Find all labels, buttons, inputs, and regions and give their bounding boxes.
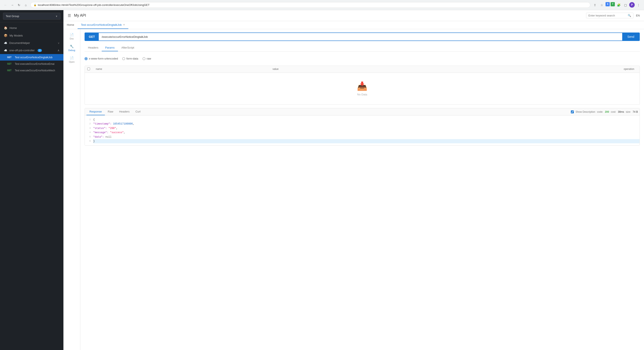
extension-icon-2[interactable]: T [610, 2, 615, 6]
profile-button[interactable]: P [629, 2, 635, 7]
radio-form-data-label: form-data [126, 57, 138, 60]
req-tab-headers-label: Headers [88, 46, 98, 49]
resp-tab-headers[interactable]: Headers [116, 108, 132, 115]
line-number: 2 [85, 122, 93, 126]
req-tab-headers[interactable]: Headers [84, 44, 102, 51]
show-description-checkbox[interactable] [571, 110, 574, 113]
group-dropdown[interactable]: Test Group ▼ [3, 13, 60, 20]
forward-button[interactable]: → [9, 2, 15, 8]
cloud-icon: ☁️ [4, 41, 7, 44]
sidebar-item-document-helper-label: DocumentHelper [9, 41, 30, 44]
radio-form-data[interactable]: form-data [122, 57, 138, 60]
resp-tab-response-label: Response [90, 110, 102, 113]
params-table-header: name value operation [85, 66, 640, 73]
req-tab-params[interactable]: Params [102, 44, 118, 51]
radio-raw-label: raw [147, 57, 151, 60]
resp-tab-curl[interactable]: Curl [132, 108, 144, 115]
cost-label: cost: [611, 110, 616, 113]
puzzle-button[interactable]: 🧩 [616, 2, 622, 8]
search-input[interactable] [588, 14, 626, 17]
bookmark-button[interactable]: ☆ [599, 2, 605, 8]
reload-button[interactable]: ↻ [16, 2, 22, 8]
sidebar-item-my-models-label: My Models [10, 34, 23, 37]
doc-button[interactable]: 📄 Doc [66, 31, 78, 42]
resp-tab-raw[interactable]: Raw [105, 108, 116, 115]
sidebar-item-controller[interactable]: ☁️ one-off-job-controller 3 ∧ [0, 47, 64, 54]
radio-urlencoded[interactable]: x-www-form-urlencoded [84, 57, 118, 60]
lock-icon: 🔒 [34, 3, 36, 6]
language-button[interactable]: EN [636, 14, 640, 17]
more-button[interactable]: ⋮ [636, 2, 642, 8]
sidebar-toggle-button[interactable]: ▢ [622, 2, 628, 8]
tabs-bar: Home Test occurErrorNoticeDingtalkJob ✕ [64, 21, 644, 29]
debug-button[interactable]: 🔧 Debug [66, 43, 78, 53]
search-icon[interactable]: 🔍 [628, 14, 631, 17]
no-data-area: 📥 No Data [85, 73, 640, 105]
line-number: 1 [85, 118, 93, 122]
code-line: 4 "message": "success", [85, 131, 640, 135]
address-text: localhost:8080/doc.html#/Test%20Group/on… [38, 3, 587, 6]
line-content: "data": null [93, 135, 640, 139]
sidebar-api-item-2[interactable]: GET Test executeOccurErrorNoticeWech [0, 67, 64, 74]
home-button[interactable]: ⌂ [23, 2, 29, 8]
code-line: 1{ [85, 118, 640, 122]
line-content: { [93, 118, 640, 122]
method-badge-get-2: GET [6, 69, 13, 72]
method-badge-get-1: GET [6, 62, 13, 65]
radio-raw[interactable]: raw [142, 57, 151, 60]
group-name: Test Group [6, 14, 19, 18]
radio-circle-raw [142, 57, 146, 60]
hamburger-button[interactable]: ☰ [68, 13, 71, 18]
tab-test[interactable]: Test occurErrorNoticeDingtalkJob ✕ [78, 21, 128, 29]
send-button[interactable]: Send [622, 33, 639, 40]
url-input[interactable] [99, 33, 622, 40]
req-tab-afterscript[interactable]: AfterScript [118, 44, 138, 51]
api-panel: GET Send Headers Params AfterScript [80, 29, 644, 350]
line-content: } [93, 139, 640, 143]
sidebar-api-item-0[interactable]: GET Test occurErrorNoticeDingtalkJob [0, 54, 64, 61]
show-description-label: Show Description [576, 110, 595, 113]
line-content: "status": "200", [93, 126, 640, 131]
resp-tab-curl-label: Curl [136, 110, 140, 113]
resp-tab-headers-label: Headers [119, 110, 130, 113]
sidebar-item-home[interactable]: 🏠 Home [0, 24, 64, 32]
response-cost: 38ms [618, 110, 624, 113]
back-button[interactable]: ← [2, 2, 8, 8]
sidebar-item-my-models[interactable]: 📦 My Models [0, 32, 64, 39]
address-bar[interactable]: 🔒 localhost:8080/doc.html#/Test%20Group/… [30, 2, 590, 8]
line-number: 6 [85, 139, 93, 143]
doc-icon: 📄 [70, 33, 74, 37]
sidebar-api-item-1[interactable]: GET Test executeOccurErrorNoticeEmai [0, 61, 64, 67]
code-line: 2 "timestamp": 1654517100806, [85, 122, 640, 126]
sidebar-item-document-helper[interactable]: ☁️ DocumentHelper ∨ [0, 39, 64, 47]
tab-close-button[interactable]: ✕ [123, 23, 125, 26]
method-button[interactable]: GET [85, 33, 99, 40]
radio-circle-urlencoded [84, 57, 88, 60]
select-all-checkbox[interactable] [87, 68, 90, 70]
response-size: 74 B [632, 110, 638, 113]
response-meta: Show Description code: 200 cost: 38ms si… [571, 110, 638, 113]
response-code: 200 [605, 110, 609, 113]
share-button[interactable]: ⇧ [592, 2, 598, 8]
sidebar-navigation: 🏠 Home 📦 My Models ☁️ DocumentHelper ∨ ☁… [0, 22, 64, 350]
top-bar-left: ☰ My API [68, 13, 86, 18]
api-item-name-1: Test executeOccurErrorNoticeEmai [15, 62, 54, 65]
app-title: My API [74, 13, 86, 18]
response-tabs-bar: Response Raw Headers Curl [85, 108, 640, 116]
value-header: value [270, 66, 618, 73]
response-section: Response Raw Headers Curl [84, 108, 640, 146]
tab-home[interactable]: Home [64, 21, 78, 29]
req-tab-afterscript-label: AfterScript [121, 46, 134, 49]
chevron-down-icon: ∨ [58, 42, 60, 44]
home-icon: 🏠 [4, 26, 8, 29]
expand-icon: ∧ [58, 49, 60, 52]
app-container: Test Group ▼ 🏠 Home 📦 My Models ☁️ Docum… [0, 10, 644, 350]
size-label: size: [626, 110, 631, 113]
open-button[interactable]: 📄 Open [66, 54, 78, 65]
check-header [85, 66, 93, 73]
extension-icon-1[interactable]: 8 [606, 2, 610, 6]
open-icon: 📄 [70, 56, 74, 60]
search-wrapper: 🔍 [586, 13, 634, 18]
browser-chrome: ← → ↻ ⌂ 🔒 localhost:8080/doc.html#/Test%… [0, 0, 644, 10]
resp-tab-response[interactable]: Response [86, 108, 105, 115]
